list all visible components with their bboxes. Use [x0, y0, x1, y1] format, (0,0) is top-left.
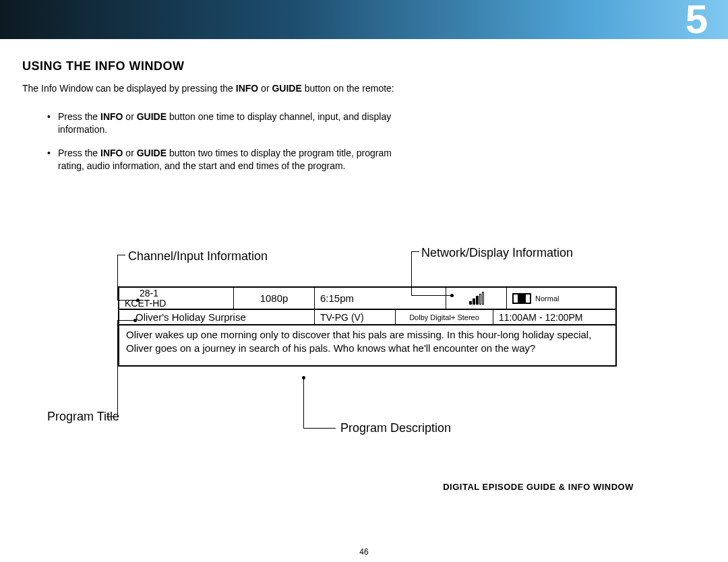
leader-line — [107, 416, 117, 417]
leader-line — [117, 255, 125, 255]
annot-channel-input: Channel/Input Information — [128, 249, 268, 263]
program-times-cell: 11:00AM - 12:00PM — [493, 310, 615, 324]
channel-name: KCET-HD — [125, 299, 166, 309]
leader-line — [303, 377, 304, 428]
leader-line — [411, 251, 419, 252]
bullet-item: Press the INFO or GUIDE button two times… — [47, 147, 404, 173]
channel-cell: 28-1 KCET-HD — [119, 288, 234, 309]
intro-paragraph: The Info Window can be displayed by pres… — [22, 82, 394, 94]
program-title-cell: Oliver's Holiday Surprise — [119, 310, 315, 324]
text: or — [258, 83, 272, 94]
info-label: INFO — [100, 148, 123, 158]
info-label: INFO — [100, 111, 123, 122]
text: Press the — [58, 148, 100, 158]
bullet-list: Press the INFO or GUIDE button one time … — [47, 111, 404, 183]
info-window-box: 28-1 KCET-HD 1080p 6:15pm Normal Oliver — [118, 286, 617, 367]
annot-network-display: Network/Display Information — [421, 246, 573, 260]
info-row-program: Oliver's Holiday Surprise TV-PG (V) Dolb… — [119, 310, 615, 325]
program-description-cell: Oliver wakes up one morning only to disc… — [119, 325, 615, 365]
guide-label: GUIDE — [272, 83, 301, 94]
section-title: USING THE INFO WINDOW — [22, 59, 184, 73]
info-label: INFO — [236, 83, 258, 94]
aspect-cell: Normal — [507, 288, 615, 309]
signal-bars-icon — [469, 292, 484, 305]
rating-cell: TV-PG (V) — [315, 310, 396, 324]
leader-line — [303, 428, 336, 429]
header-band: 5 — [0, 0, 728, 39]
text: Press the — [58, 111, 100, 122]
clock-cell: 6:15pm — [315, 288, 446, 309]
audio-cell: Dolby Digital+ Stereo — [396, 310, 493, 324]
footer-title: DIGITAL EPISODE GUIDE & INFO WINDOW — [443, 482, 634, 492]
aspect-label: Normal — [535, 294, 559, 303]
annot-program-description: Program Description — [340, 421, 451, 435]
guide-label: GUIDE — [137, 111, 166, 122]
resolution-cell: 1080p — [234, 288, 315, 309]
guide-label: GUIDE — [137, 148, 166, 158]
aspect-ratio-icon — [512, 293, 531, 304]
bullet-item: Press the INFO or GUIDE button one time … — [47, 111, 404, 136]
text: The Info Window can be displayed by pres… — [22, 83, 236, 94]
channel-number: 28-1 — [125, 288, 158, 299]
leader-dot — [302, 376, 305, 379]
text: or — [123, 148, 136, 158]
page-footer-number: 46 — [0, 547, 728, 557]
signal-cell — [446, 288, 507, 309]
text: or — [123, 111, 136, 122]
info-row-display: 28-1 KCET-HD 1080p 6:15pm Normal — [119, 288, 615, 310]
text: button on the remote: — [302, 83, 394, 94]
chapter-number: 5 — [686, 0, 708, 42]
